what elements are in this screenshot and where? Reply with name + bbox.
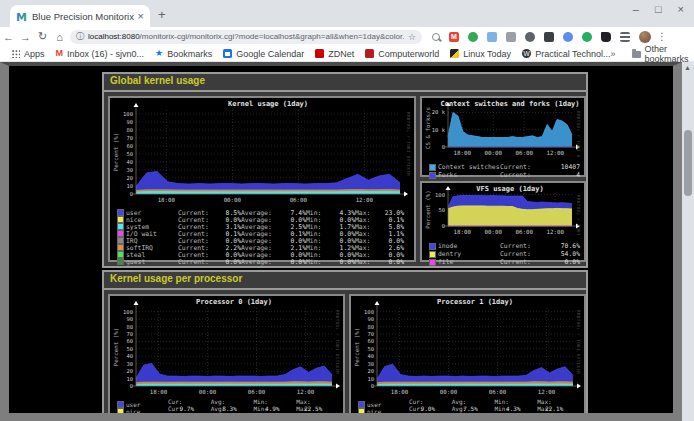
legend-series-name: user	[367, 401, 409, 408]
svg-text:00:00: 00:00	[440, 389, 458, 395]
bookmark-practical-technology[interactable]: WPractical Technol...	[522, 49, 610, 59]
copy-extension-icon[interactable]	[487, 32, 497, 42]
legend-stat: Max:5.5%	[537, 412, 580, 421]
reload-icon[interactable]: ↻	[34, 30, 51, 43]
legend-stat: Min:1.7%	[495, 412, 538, 421]
svg-text:VFS usage (1day): VFS usage (1day)	[476, 185, 543, 193]
bookmark-bookmarks[interactable]: ★Bookmarks	[155, 49, 212, 59]
section-title: Global kernel usage	[104, 74, 586, 92]
search-extension-icon[interactable]	[432, 33, 440, 41]
svg-text:100: 100	[435, 192, 445, 198]
tab-close-icon[interactable]: ×	[138, 10, 144, 22]
profile-avatar[interactable]	[639, 31, 651, 43]
svg-text:20: 20	[126, 175, 133, 181]
svg-text:70: 70	[126, 331, 133, 337]
extensions-pin-icon[interactable]	[601, 32, 611, 42]
legend-series-name: Context switches	[438, 163, 500, 171]
bookmark-star-icon[interactable]: ☆	[408, 32, 416, 42]
processor0-graph[interactable]: 100908070605040302010018:0000:0006:0012:…	[108, 294, 345, 421]
new-tab-button[interactable]: +	[158, 7, 166, 22]
svg-text:00:00: 00:00	[199, 389, 217, 395]
tab-monitorix[interactable]: M Blue Precision Monitorix ×	[10, 5, 150, 27]
legend-series-name: dentry	[438, 250, 500, 258]
svg-text:0: 0	[130, 383, 133, 389]
vfs-usage-graph[interactable]: 10050018:0000:0006:0012:00VFS usage (1da…	[420, 181, 586, 262]
processor1-graph[interactable]: 100908070605040302010018:0000:0006:0012:…	[349, 294, 586, 421]
legend-swatch-icon	[359, 416, 364, 421]
svg-text:00:00: 00:00	[485, 150, 503, 156]
extension-icon-9[interactable]	[582, 32, 592, 42]
svg-text:80: 80	[126, 324, 133, 330]
scroll-up-icon[interactable]: ▲	[684, 64, 691, 71]
bookmark-zdnet[interactable]: ZDNet	[315, 49, 354, 59]
svg-text:90: 90	[367, 316, 374, 322]
processor0-chart: 100908070605040302010018:0000:0006:0012:…	[110, 296, 343, 400]
svg-text:20: 20	[367, 368, 374, 374]
legend-swatch-icon	[118, 210, 123, 215]
bookmark-apps[interactable]: Apps	[11, 49, 45, 59]
gmail-extension-icon[interactable]: M	[449, 32, 459, 42]
bookmarks-overflow-icon[interactable]: »	[611, 49, 616, 59]
svg-text:Processor 0 (1day): Processor 0 (1day)	[196, 298, 272, 306]
legend-row: fileCurrent:0.0%	[430, 258, 580, 266]
site-info-icon[interactable]: ⓘ	[76, 31, 84, 42]
svg-text:50: 50	[126, 151, 133, 157]
page-scrollbar[interactable]: ▲	[682, 62, 694, 421]
svg-text:100: 100	[123, 309, 133, 315]
svg-text:18:00: 18:00	[454, 229, 472, 235]
svg-text:12:00: 12:00	[356, 197, 374, 203]
scrollbar-thumb[interactable]	[684, 130, 692, 196]
extension-icon-6[interactable]	[525, 32, 535, 42]
window-minimize-button[interactable]: –	[633, 3, 639, 15]
other-bookmarks-button[interactable]: Other bookmarks	[632, 44, 689, 64]
legend-swatch-icon	[118, 245, 123, 250]
svg-text:00:00: 00:00	[224, 197, 242, 203]
svg-text:40: 40	[126, 353, 133, 359]
legend-stat: Cur:2.9%	[409, 412, 452, 421]
calendar-icon	[223, 49, 232, 58]
browser-toolbar: ← → ↻ ⌂ ⓘ localhost:8080/monitorix-cgi/m…	[0, 27, 694, 46]
svg-text:12:00: 12:00	[547, 229, 565, 235]
svg-text:0: 0	[442, 223, 445, 229]
legend-stat: Current:10407	[500, 163, 580, 171]
browser-menu-icon[interactable]: ⋮	[657, 31, 667, 42]
legend-swatch-icon	[118, 252, 123, 257]
globe-extension-icon[interactable]	[468, 32, 478, 42]
home-icon[interactable]: ⌂	[51, 31, 68, 43]
extension-icon-5[interactable]	[506, 32, 516, 42]
svg-text:90: 90	[126, 316, 133, 322]
legend-series-name: system	[367, 415, 409, 421]
computerworld-icon	[365, 49, 374, 58]
section-global-kernel-usage: Global kernel usage 10090807060504030201…	[102, 72, 588, 268]
svg-text:50: 50	[126, 346, 133, 352]
svg-text:Percent (%): Percent (%)	[113, 328, 119, 366]
svg-text:18:00: 18:00	[391, 389, 409, 395]
back-icon[interactable]: ←	[0, 31, 17, 43]
legend-swatch-icon	[430, 260, 435, 265]
svg-text:Percent (%): Percent (%)	[354, 328, 360, 366]
url-path: /monitorix-cgi/monitorix.cgi?mode=localh…	[140, 32, 404, 41]
bookmark-inbox[interactable]: MInbox (16) - sjvn0...	[56, 49, 145, 59]
bookmark-google-calendar[interactable]: Google Calendar	[223, 49, 304, 59]
extension-icon-7[interactable]	[544, 32, 554, 42]
monitorix-page: Global kernel usage 10090807060504030201…	[0, 62, 682, 421]
kernel-usage-graph[interactable]: 100908070605040302010018:0000:0006:0012:…	[108, 96, 416, 262]
window-maximize-button[interactable]: □	[655, 3, 662, 15]
forward-icon[interactable]: →	[17, 31, 34, 43]
window-close-button[interactable]: ×	[678, 3, 684, 15]
context-switches-graph[interactable]: 20 k10 k018:0000:0006:0012:00Context swi…	[420, 96, 586, 177]
vfs-usage-legend: inodeCurrent:70.6%dentryCurrent:54.0%fil…	[422, 241, 584, 266]
wordpress-icon: W	[522, 49, 531, 58]
legend-swatch-icon	[118, 238, 123, 243]
bookmark-computerworld[interactable]: Computerworld	[365, 49, 439, 59]
tab-strip: M Blue Precision Monitorix × + – □ ×	[0, 0, 694, 27]
context-switches-legend: Context switchesCurrent:10407ForksCurren…	[422, 162, 584, 179]
tab-list-icon[interactable]	[620, 32, 630, 42]
svg-text:50: 50	[438, 207, 445, 213]
legend-stat: Current:0.0%	[500, 258, 580, 266]
extension-icon-8[interactable]	[563, 32, 573, 42]
legend-series-name: user	[126, 401, 168, 408]
bookmark-linux-today[interactable]: Linux Today	[450, 49, 511, 59]
address-bar[interactable]: ⓘ localhost:8080/monitorix-cgi/monitorix…	[70, 30, 422, 44]
svg-text:10: 10	[126, 183, 133, 189]
